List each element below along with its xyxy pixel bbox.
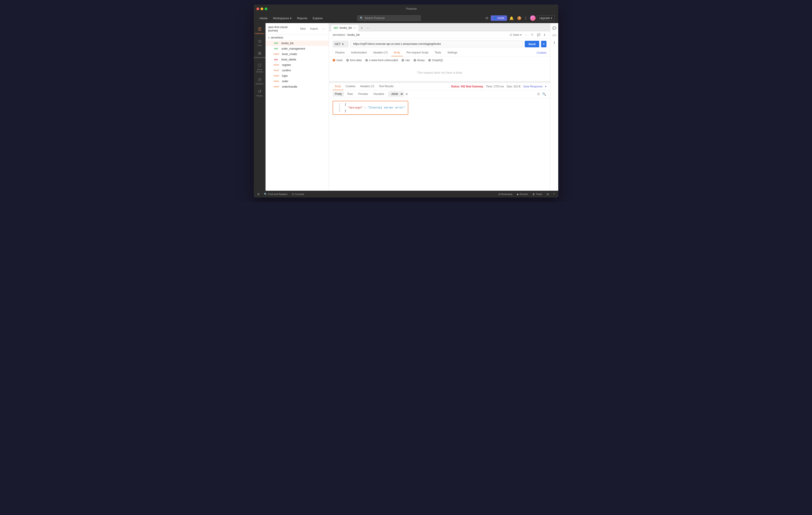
endpoint-order-handle[interactable]: POST order/handle xyxy=(265,84,329,89)
fmt-tab-preview[interactable]: Preview xyxy=(356,91,370,96)
more-tabs-btn[interactable]: ··· xyxy=(365,25,371,31)
body-option-none[interactable]: none xyxy=(332,59,343,62)
send-button[interactable]: Send xyxy=(525,41,539,47)
info-icon-btn[interactable]: ℹ xyxy=(551,39,557,46)
search-placeholder: Search Postman xyxy=(365,17,385,20)
endpoint-book-delete[interactable]: DEL book_delete xyxy=(265,57,329,62)
notifications-icon-btn[interactable]: 🔔 xyxy=(509,15,515,21)
endpoint-login[interactable]: POST login xyxy=(265,73,329,79)
body-option-form-data[interactable]: form-data xyxy=(346,59,361,62)
find-replace-btn[interactable]: 🔍 Find and Replace xyxy=(263,192,288,196)
import-button[interactable]: Import xyxy=(309,27,319,31)
workspace-name: aws-first-cloud-journey xyxy=(268,25,297,32)
trash-icon: 🗑 xyxy=(532,193,535,195)
sidebar-item-environments[interactable]: ⊞ Environments xyxy=(255,49,265,60)
method-select[interactable]: GET ▾ xyxy=(332,41,348,47)
filter-icon-btn[interactable]: ⚟ xyxy=(406,92,408,96)
right-sidebar: 💬 </> ℹ xyxy=(550,23,558,191)
breadcrumb-parent[interactable]: serverless xyxy=(332,33,345,36)
home-nav-btn[interactable]: Home xyxy=(257,16,270,21)
fmt-tab-pretty[interactable]: Pretty xyxy=(332,91,344,96)
cookies-link[interactable]: Cookies xyxy=(537,51,547,54)
sidebar-item-monitors[interactable]: ◷ Monitors xyxy=(255,75,265,87)
main-layout: ☰ Collections ⊙ APIs ⊞ Environments ⬡ Mo… xyxy=(254,23,558,191)
chevron-down-icon[interactable]: ▾ xyxy=(545,85,547,88)
body-option-urlencoded[interactable]: x-www-form-urlencoded xyxy=(365,59,398,62)
tab-authorization[interactable]: Authorization xyxy=(348,49,370,56)
tab-pre-request[interactable]: Pre-request Script xyxy=(404,49,431,56)
tab-close-icon[interactable]: ✕ xyxy=(353,27,356,29)
more-options-btn[interactable]: ··· xyxy=(321,27,326,31)
invite-button[interactable]: 👤 Invite xyxy=(491,16,507,21)
code-icon-btn[interactable]: </> xyxy=(551,32,557,38)
layout-btn[interactable]: ⊞ xyxy=(257,192,260,196)
format-select[interactable]: JSON XML HTML xyxy=(388,91,404,96)
tab-params[interactable]: Params xyxy=(332,49,347,56)
url-input[interactable] xyxy=(350,40,523,47)
send-dropdown-btn[interactable]: ▾ xyxy=(541,41,547,47)
resp-tab-cookies[interactable]: Cookies xyxy=(343,83,357,90)
minimize-button[interactable] xyxy=(261,7,263,10)
tab-books-list[interactable]: GET books_list ✕ xyxy=(331,25,359,31)
request-tabs: Params Authorization Headers (7) Body Pr… xyxy=(329,49,550,56)
breadcrumb-current: books_list xyxy=(348,33,359,36)
fmt-tab-raw[interactable]: Raw xyxy=(345,91,355,96)
tab-headers[interactable]: Headers (7) xyxy=(371,49,390,56)
sidebar-item-mock-servers[interactable]: ⬡ Mock Servers xyxy=(255,61,265,75)
collection-serverless[interactable]: ▾ serverless xyxy=(265,35,329,40)
workspaces-nav-btn[interactable]: Workspaces ▾ xyxy=(271,16,294,21)
sidebar-item-collections[interactable]: ☰ Collections xyxy=(255,25,265,36)
endpoint-register[interactable]: POST register xyxy=(265,62,329,68)
endpoint-confirm[interactable]: POST confirm xyxy=(265,68,329,73)
close-button[interactable] xyxy=(257,7,259,10)
endpoint-order-management[interactable]: GET order_management xyxy=(265,46,329,52)
json-line-2: 2 "message" : "Internal server error" xyxy=(336,106,405,110)
resp-tab-headers[interactable]: Headers (7) xyxy=(358,83,377,90)
monitors-icon: ◷ xyxy=(258,77,261,82)
add-tab-button[interactable]: + xyxy=(359,25,365,31)
endpoint-books-list[interactable]: GET books_list xyxy=(265,40,329,46)
nav-right: ⟳ 👤 Invite 🔔 🍪 ☾ Upgrade ▾ xyxy=(485,15,555,21)
new-button[interactable]: New xyxy=(299,27,307,31)
save-response-btn[interactable]: Save Response xyxy=(523,85,542,88)
user-avatar[interactable] xyxy=(530,16,535,21)
fmt-tab-visualize[interactable]: Visualize xyxy=(371,91,386,96)
maximize-button[interactable] xyxy=(265,7,267,10)
info-icon-btn[interactable]: ℹ xyxy=(543,33,547,37)
resp-tab-body[interactable]: Body xyxy=(332,83,343,90)
sync-icon-btn[interactable]: ⟳ xyxy=(485,15,489,21)
comments-icon-btn[interactable]: 💬 xyxy=(551,25,557,31)
body-option-binary[interactable]: binary xyxy=(413,59,425,62)
edit-icon-btn[interactable]: ✎ xyxy=(530,33,535,37)
console-btn[interactable]: ⊡ Console xyxy=(291,192,305,196)
trash-btn[interactable]: 🗑 Trash xyxy=(531,192,543,196)
tab-tests[interactable]: Tests xyxy=(432,49,444,56)
endpoint-order[interactable]: POST order xyxy=(265,79,329,84)
tab-settings[interactable]: Settings xyxy=(445,49,460,56)
reports-nav-btn[interactable]: Reports xyxy=(295,16,310,21)
resp-tab-test-results[interactable]: Test Results xyxy=(377,83,396,90)
endpoint-book-create[interactable]: POST book_create xyxy=(265,52,329,57)
upgrade-button[interactable]: Upgrade ▾ xyxy=(537,16,555,21)
grid-btn[interactable]: ⊞ xyxy=(546,192,550,196)
tab-body[interactable]: Body xyxy=(391,49,403,56)
comment-icon-btn[interactable]: 💬 xyxy=(535,33,542,37)
cookie-icon-btn[interactable]: 🍪 xyxy=(516,15,522,21)
bell-icon-btn[interactable]: ☾ xyxy=(524,15,529,21)
traffic-lights xyxy=(257,7,267,10)
more-options-btn[interactable]: ··· xyxy=(524,33,529,37)
search-bar[interactable]: 🔍 Search Postman xyxy=(357,16,421,21)
sidebar-item-history[interactable]: ↺ History xyxy=(255,87,265,99)
save-button[interactable]: ☑ Save ▾ xyxy=(509,33,523,37)
explore-nav-btn[interactable]: Explore xyxy=(311,16,325,21)
body-option-raw[interactable]: raw xyxy=(402,59,410,62)
sidebar-item-apis[interactable]: ⊙ APIs xyxy=(255,37,265,49)
app-window: Postman Home Workspaces ▾ Reports Explor… xyxy=(254,4,558,198)
runner-btn[interactable]: ▶ Runner xyxy=(516,192,529,196)
help-btn[interactable]: ? xyxy=(552,192,555,196)
radio-graphql xyxy=(428,59,431,62)
bootcamp-btn[interactable]: ⊟ Bootcamp xyxy=(497,192,514,196)
copy-response-btn[interactable]: ⎘ xyxy=(537,92,540,96)
body-option-graphql[interactable]: GraphQL xyxy=(428,59,443,62)
search-response-btn[interactable]: 🔍 xyxy=(542,92,547,96)
